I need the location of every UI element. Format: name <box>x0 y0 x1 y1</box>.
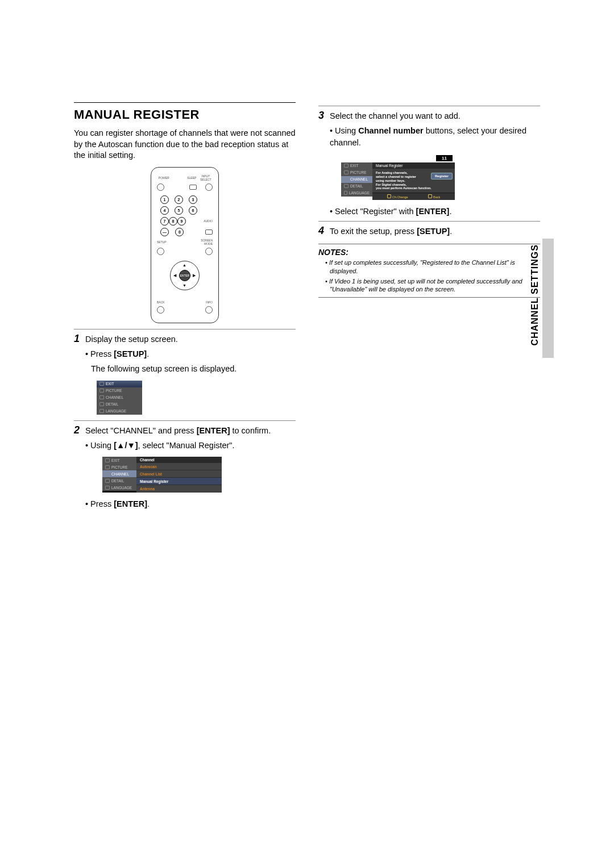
picture-icon <box>99 389 104 393</box>
page-content: CHANNEL SETTINGS MANUAL REGISTER You can… <box>74 102 540 510</box>
intro-text: You can register shortage of channels th… <box>74 128 296 161</box>
sleep-button <box>189 185 197 190</box>
info-button <box>205 306 213 314</box>
step-4-text: To exit the setup, press [SETUP]. <box>330 226 540 237</box>
setup-button <box>157 248 164 255</box>
language-icon <box>99 409 104 413</box>
still-button <box>205 229 213 235</box>
input-button <box>205 183 213 191</box>
back-icon <box>428 194 432 198</box>
osd-menu-small: EXIT PICTURE CHANNEL DETAIL LANGUAGE <box>97 381 142 415</box>
mode-button <box>205 248 213 255</box>
remote-illustration: POWERSLEEPINPUT SELECT 123 456 789AUDIO … <box>151 167 219 323</box>
notes-list: If set up completes successfully, "Regis… <box>318 258 540 294</box>
back-button <box>157 306 164 314</box>
step-1-text: Display the setup screen. <box>85 333 296 345</box>
right-column: 3Select the channel you want to add. • U… <box>318 102 540 510</box>
ch-change-icon <box>387 194 391 198</box>
detail-icon <box>99 402 104 406</box>
left-column: MANUAL REGISTER You can register shortag… <box>74 102 296 510</box>
osd-channel-menu: EXIT PICTURE CHANNEL DETAIL LANGUAGE Cha… <box>102 457 222 493</box>
section-tab: CHANNEL SETTINGS <box>530 244 540 345</box>
channel-number-display: 11 <box>436 155 453 161</box>
osd-register-panel: 11 EXIT PICTURE CHANNEL DETAIL LANGUAGE … <box>341 154 455 200</box>
exit-icon <box>99 382 104 386</box>
page-title: MANUAL REGISTER <box>74 102 296 122</box>
step-2-text: Select "CHANNEL" and press [ENTER] to co… <box>85 425 296 436</box>
step-3-text: Select the channel you want to add. <box>330 110 540 122</box>
notes-heading: NOTES: <box>318 244 540 257</box>
side-tab-bg <box>542 239 554 358</box>
dpad: ▲ ▼ ◀ ▶ ENTER <box>162 258 208 298</box>
register-button: Register <box>431 173 453 180</box>
power-button <box>157 183 164 191</box>
channel-icon <box>99 395 104 399</box>
